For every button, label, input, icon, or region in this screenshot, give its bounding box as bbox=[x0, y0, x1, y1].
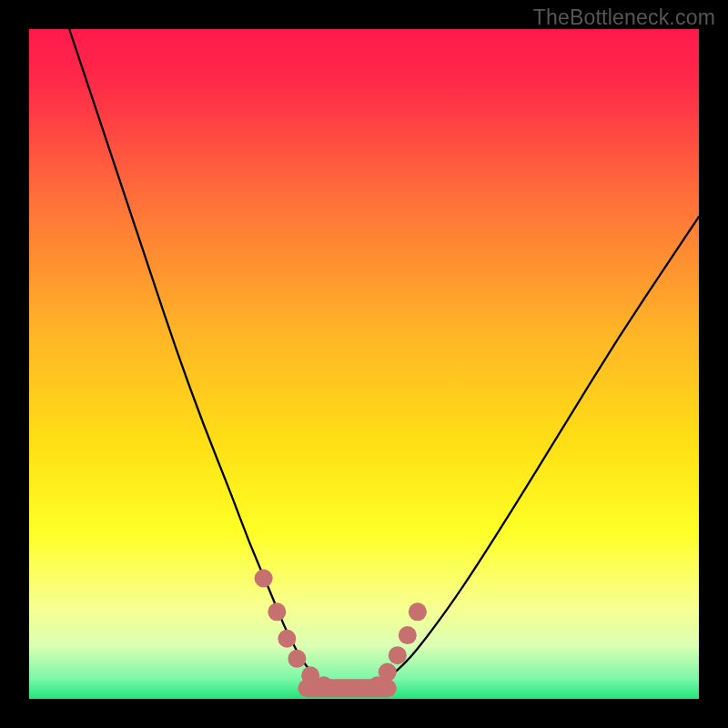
bottleneck-chart bbox=[0, 0, 728, 728]
curve-marker bbox=[278, 630, 296, 648]
plot-background bbox=[29, 29, 699, 699]
chart-stage: TheBottleneck.com bbox=[0, 0, 728, 728]
curve-marker bbox=[379, 663, 397, 682]
curve-marker bbox=[409, 602, 427, 621]
curve-marker bbox=[268, 602, 286, 621]
curve-marker bbox=[315, 676, 333, 694]
curve-marker bbox=[255, 570, 273, 588]
curve-marker bbox=[389, 646, 407, 664]
curve-marker bbox=[399, 626, 417, 644]
attribution-label: TheBottleneck.com bbox=[533, 5, 715, 30]
curve-marker bbox=[288, 650, 306, 668]
